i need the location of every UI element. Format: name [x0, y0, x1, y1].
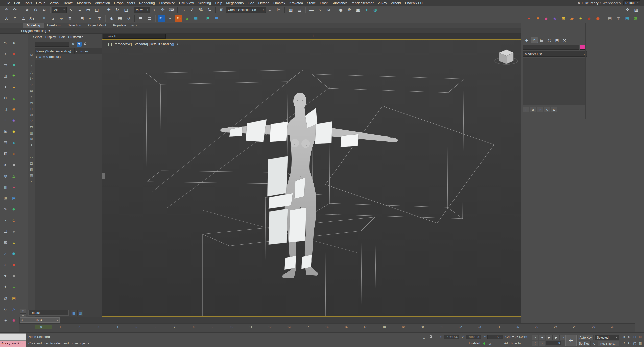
- object-name-field[interactable]: [523, 45, 579, 50]
- frame-tick-5[interactable]: 5: [136, 325, 137, 328]
- dock2-slate-icon[interactable]: ◆: [10, 272, 18, 280]
- explorer-menu-select[interactable]: Select: [31, 35, 44, 39]
- menu-tools[interactable]: Tools: [22, 1, 34, 5]
- dock-grid-icon[interactable]: ⌗: [2, 117, 9, 124]
- dock2-cyan-icon[interactable]: ◉: [10, 250, 18, 257]
- set-keys-button[interactable]: ✛: [565, 335, 577, 346]
- dock-home-icon[interactable]: ⌂: [2, 250, 9, 257]
- exp-filter-helpers-icon[interactable]: ▷: [29, 76, 34, 81]
- key-filters-button[interactable]: Key Filters...: [598, 341, 619, 346]
- polygon-modeling-panel[interactable]: Polygon Modeling: [21, 29, 46, 33]
- render-setup-icon[interactable]: ⚙: [346, 6, 353, 14]
- floater-move-icon[interactable]: ✛: [312, 34, 315, 38]
- cut-tool-icon[interactable]: ✂: [166, 15, 174, 22]
- plugin-diamond-icon[interactable]: ◆: [542, 15, 550, 22]
- menu-create[interactable]: Create: [61, 1, 75, 5]
- floating-toolbar-titlebar[interactable]: ⁘ Wrapit: [103, 34, 166, 39]
- frame-tick-18[interactable]: 18: [383, 325, 386, 328]
- frame-tick-24[interactable]: 24: [497, 325, 500, 328]
- frame-tick-30[interactable]: 30: [611, 325, 614, 328]
- menu-modifiers[interactable]: Modifiers: [75, 1, 93, 5]
- menu-civil-view[interactable]: Civil View: [177, 1, 196, 5]
- current-frame-field[interactable]: 0: [546, 341, 561, 345]
- curve-editor-icon[interactable]: ∿: [316, 6, 324, 14]
- align-icon[interactable]: ⊫: [275, 6, 282, 14]
- dock-mesh-icon[interactable]: ▦: [2, 183, 9, 191]
- exp-tool-icon[interactable]: ◫: [29, 130, 34, 136]
- dock-contrast-icon[interactable]: ◐: [2, 261, 9, 269]
- ribbon-tab-populate[interactable]: Populate: [110, 23, 130, 28]
- exp-tool-icon[interactable]: ✦: [29, 142, 34, 148]
- pan-icon[interactable]: ⇄: [621, 340, 626, 346]
- grid-generator-icon[interactable]: ⊞: [204, 15, 212, 22]
- explorer-menu-display[interactable]: Display: [44, 35, 58, 39]
- frame-tick-27[interactable]: 27: [554, 325, 557, 328]
- isolate-selection-icon[interactable]: ⊙: [421, 335, 427, 340]
- add-time-tag[interactable]: Add Time Tag: [504, 342, 522, 345]
- y-coordinate-field[interactable]: 33103.968: [466, 335, 481, 339]
- frame-tick-4[interactable]: 4: [116, 325, 118, 328]
- select-and-move-icon[interactable]: ✚: [105, 6, 113, 14]
- rc-tool-icon[interactable]: Rc: [158, 15, 165, 22]
- menu-frost[interactable]: Frost: [318, 1, 330, 5]
- frame-tick-15[interactable]: 15: [325, 325, 329, 328]
- dock2-mint-icon[interactable]: ◆: [10, 205, 18, 213]
- plugin-cube-icon[interactable]: ■: [534, 15, 541, 22]
- dock2-flame-icon[interactable]: ♦: [10, 150, 18, 157]
- utilities-tab-icon[interactable]: ⚒: [561, 37, 568, 43]
- fp-tool-icon[interactable]: Fp: [175, 15, 182, 22]
- plugin-grid-icon[interactable]: ⊞: [560, 15, 567, 22]
- container-icon[interactable]: ⬒: [137, 15, 145, 22]
- visibility-eye-icon[interactable]: ◉: [39, 55, 41, 59]
- scene-grid-icon[interactable]: ▥: [77, 310, 83, 316]
- dock-scale-icon[interactable]: ◱: [2, 105, 9, 113]
- menu-omatrix[interactable]: Omatrix: [271, 1, 287, 5]
- frame-tick-23[interactable]: 23: [478, 325, 481, 328]
- plugin-hex-icon[interactable]: ◆: [585, 15, 593, 22]
- table-row[interactable]: ▶ ◉ ▤ 0 (default): [35, 54, 102, 60]
- dock2-gray-icon[interactable]: ■: [10, 161, 18, 169]
- hierarchy-tab-icon[interactable]: ▤: [538, 37, 545, 43]
- display-driver-icon[interactable]: ⬒: [213, 15, 220, 22]
- dock2-red-icon[interactable]: ◆: [10, 50, 18, 58]
- previous-frame-icon[interactable]: ◀: [539, 335, 545, 340]
- frame-tick-0[interactable]: 0: [40, 325, 42, 328]
- clear-search-icon[interactable]: ✕: [70, 42, 76, 47]
- menu-file[interactable]: File: [3, 1, 12, 5]
- bind-to-space-warp-icon[interactable]: ≋: [40, 6, 48, 14]
- previous-key-icon[interactable]: ⟨: [532, 341, 538, 346]
- frame-tick-20[interactable]: 20: [421, 325, 424, 328]
- measure-distance-icon[interactable]: ⌀: [49, 15, 57, 22]
- undo-icon[interactable]: ↶: [3, 6, 10, 14]
- unlink-selection-icon[interactable]: ⊘: [32, 6, 39, 14]
- dock2-square-icon[interactable]: ▣: [10, 194, 18, 202]
- exp-tool-icon[interactable]: ▭: [29, 154, 34, 160]
- menu-arnold[interactable]: Arnold: [389, 1, 403, 5]
- zoom-extents-icon[interactable]: ⊡: [632, 334, 637, 340]
- ribbon-tab-modeling[interactable]: Modeling: [23, 23, 44, 28]
- select-and-link-icon[interactable]: ∞: [23, 6, 31, 14]
- z-coordinate-field[interactable]: 0.0cm: [487, 335, 503, 339]
- panel-tool-icon[interactable]: ◫: [615, 15, 622, 22]
- menu-graph-editors[interactable]: Graph Editors: [112, 1, 137, 5]
- spacing-tool-icon[interactable]: ⋯: [87, 15, 94, 22]
- display-tab-icon[interactable]: ⬒: [554, 37, 560, 43]
- explorer-list-body[interactable]: [35, 60, 102, 317]
- exp-filter-spacewarps-icon[interactable]: ◇: [29, 82, 34, 87]
- layer-explorer-toggle-icon[interactable]: ▤: [296, 6, 303, 14]
- dock-move-icon[interactable]: ✚: [2, 83, 9, 91]
- axis-xy-icon[interactable]: XY: [28, 15, 36, 22]
- frame-tick-8[interactable]: 8: [193, 325, 194, 328]
- axis-x-icon[interactable]: X: [3, 15, 10, 22]
- key-mode-dropdown[interactable]: Selected ▾: [595, 335, 619, 340]
- plugin-shape-icon[interactable]: ▰: [568, 15, 576, 22]
- rect-selection-region-icon[interactable]: ▭: [84, 6, 92, 14]
- go-to-start-icon[interactable]: «: [532, 335, 538, 340]
- viewport[interactable]: [+] [Perspective] [Standard] [Default Sh…: [102, 39, 521, 317]
- frame-tick-29[interactable]: 29: [592, 325, 595, 328]
- track-bar[interactable]: ◄ 0 / 30 ►: [19, 317, 521, 324]
- named-selection-sets-combo[interactable]: Create Selection Se▾: [226, 7, 266, 13]
- play-icon[interactable]: ▶: [546, 335, 553, 340]
- exp-tool-icon[interactable]: ◐: [29, 179, 34, 184]
- grid-tool-icon[interactable]: ▦: [623, 15, 631, 22]
